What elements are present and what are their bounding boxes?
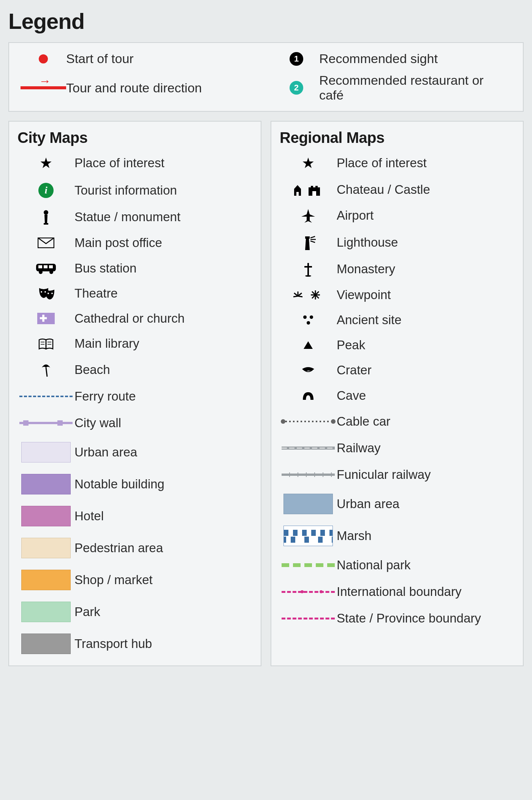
railway-line-icon (280, 440, 337, 456)
legend-item-railway: Railway (280, 440, 515, 456)
legend-item-bus-station: Bus station (17, 261, 252, 275)
intl-boundary-line-icon (280, 584, 337, 599)
crater-icon (280, 366, 337, 375)
info-icon: i (17, 183, 74, 198)
state-boundary-line-icon (280, 611, 337, 626)
legend-item-statue: Statue / monument (17, 209, 252, 225)
airplane-icon (280, 208, 337, 223)
svg-point-11 (48, 293, 49, 294)
start-of-tour-label: Start of tour (66, 51, 134, 66)
castle-icon (280, 183, 337, 196)
cave-icon (280, 390, 337, 401)
legend-item-hotel: Hotel (17, 506, 252, 526)
city-maps-column: City Maps ★ Place of interest i Tourist … (8, 121, 261, 666)
svg-line-23 (310, 241, 315, 242)
svg-point-26 (305, 275, 311, 277)
legend-item-intl-boundary: International boundary (280, 584, 515, 599)
peak-triangle-icon (280, 341, 337, 349)
legend-item-chateau-castle: Chateau / Castle (280, 183, 515, 196)
svg-rect-4 (38, 265, 42, 268)
viewpoint-icon (280, 289, 337, 301)
cross-icon (280, 262, 337, 277)
legend-item-church: ✚ Cathedral or church (17, 312, 252, 325)
urban-area-reg-swatch (280, 494, 337, 514)
legend-item-funicular: Funicular railway (280, 467, 515, 482)
lighthouse-icon (280, 235, 337, 251)
national-park-line-icon (280, 558, 337, 573)
svg-rect-18 (296, 192, 299, 196)
start-of-tour-icon (21, 54, 66, 63)
legend-item-national-park: National park (280, 558, 515, 573)
legend-title: Legend (8, 8, 524, 34)
legend-item-theatre: Theatre (17, 287, 252, 300)
legend-item-monastery: Monastery (280, 262, 515, 277)
transport-hub-swatch (17, 634, 74, 654)
svg-point-12 (51, 293, 53, 294)
svg-rect-1 (44, 223, 48, 225)
recommended-restaurant-icon: 2 (274, 81, 319, 95)
regional-maps-heading: Regional Maps (280, 129, 515, 146)
star-icon: ★ (280, 155, 337, 171)
legend-item-marsh: Marsh (280, 526, 515, 546)
legend-item-shop-market: Shop / market (17, 570, 252, 590)
tour-direction-icon: → (21, 86, 66, 89)
legend-item-cave: Cave (280, 389, 515, 402)
svg-rect-6 (49, 265, 53, 268)
park-swatch (17, 602, 74, 622)
notable-building-swatch (17, 474, 74, 494)
svg-line-30 (293, 296, 298, 297)
recommended-sight-label: Recommended sight (319, 51, 438, 66)
funicular-line-icon (280, 467, 337, 482)
legend-item-ferry-route: Ferry route (17, 389, 252, 404)
ferry-line-icon (17, 389, 74, 404)
legend-item-crater: Crater (280, 363, 515, 377)
legend-item-transport-hub: Transport hub (17, 634, 252, 654)
regional-maps-column: Regional Maps ★ Place of interest Chatea… (271, 121, 524, 666)
ancient-site-icon (280, 315, 337, 325)
tour-direction-label: Tour and route direction (66, 81, 202, 95)
legend-item-ancient-site: Ancient site (280, 313, 515, 327)
hotel-swatch (17, 506, 74, 526)
urban-area-swatch (17, 442, 74, 463)
svg-point-10 (44, 291, 46, 293)
legend-item-park: Park (17, 602, 252, 622)
recommended-sight-icon: 1 (274, 52, 319, 66)
svg-line-31 (298, 296, 302, 297)
svg-point-0 (44, 210, 48, 215)
legend-item-viewpoint: Viewpoint (280, 288, 515, 302)
marsh-swatch (280, 526, 337, 546)
legend-item-recommended-restaurant: 2 Recommended restaurant or café (274, 73, 511, 103)
legend-item-peak: Peak (280, 338, 515, 352)
legend-item-tourist-info: i Tourist information (17, 183, 252, 198)
legend-item-urban-area: Urban area (17, 442, 252, 463)
svg-rect-20 (305, 236, 310, 239)
legend-item-cable-car: Cable car (280, 414, 515, 429)
bus-icon (17, 262, 74, 274)
envelope-icon (17, 238, 74, 248)
legend-item-post-office: Main post office (17, 236, 252, 250)
svg-rect-19 (312, 191, 316, 196)
legend-item-place-of-interest: ★ Place of interest (17, 155, 252, 171)
legend-item-city-wall: City wall (17, 415, 252, 431)
cable-car-line-icon (280, 414, 337, 429)
statue-icon (17, 209, 74, 225)
svg-line-17 (46, 368, 47, 377)
legend-item-reg-place-of-interest: ★ Place of interest (280, 155, 515, 171)
legend-item-recommended-sight: 1 Recommended sight (274, 51, 511, 66)
beach-umbrella-icon (17, 362, 74, 377)
church-icon: ✚ (17, 313, 74, 324)
legend-item-notable-building: Notable building (17, 474, 252, 494)
theatre-masks-icon (17, 287, 74, 300)
legend-item-tour-direction: → Tour and route direction (21, 73, 258, 103)
legend-item-pedestrian-area: Pedestrian area (17, 538, 252, 558)
pedestrian-area-swatch (17, 538, 74, 558)
legend-item-start-of-tour: Start of tour (21, 51, 258, 66)
city-maps-heading: City Maps (17, 129, 252, 146)
svg-rect-25 (304, 266, 312, 268)
legend-item-library: Main library (17, 337, 252, 350)
recommended-restaurant-label: Recommended restaurant or café (319, 73, 511, 103)
city-wall-line-icon (17, 415, 74, 431)
svg-point-8 (49, 270, 53, 274)
legend-top-box: Start of tour 1 Recommended sight → Tour… (8, 42, 524, 112)
svg-rect-24 (307, 263, 309, 276)
